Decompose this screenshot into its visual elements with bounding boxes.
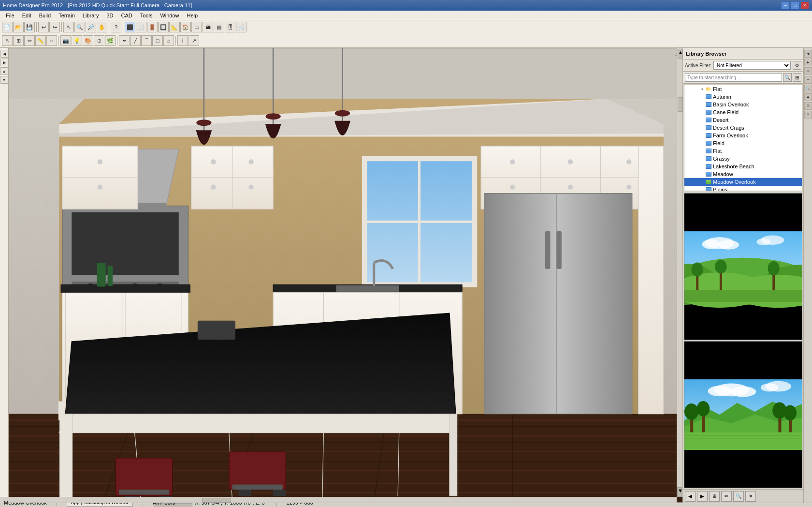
menu-edit[interactable]: Edit (18, 12, 35, 19)
tb-redo[interactable]: ↪ (49, 22, 60, 32)
tb-zoom-out[interactable]: 🔎 (86, 22, 96, 32)
tb2-select[interactable]: ↖ (2, 35, 13, 46)
tree-item-meadow[interactable]: Meadow (684, 170, 802, 178)
tree-item-flat-folder[interactable]: ▼ 📁 Flat (684, 85, 802, 93)
tb2-draw[interactable]: ✒ (119, 35, 130, 46)
menu-file[interactable]: File (2, 12, 18, 19)
lt-btn-3[interactable]: ▲ (0, 67, 8, 75)
hscroll-thumb[interactable] (202, 498, 231, 503)
menu-library[interactable]: Library (79, 12, 103, 19)
filter-settings-button[interactable]: ⚙ (793, 61, 801, 70)
tb-zoom-in[interactable]: 🔍 (74, 22, 85, 32)
rb-edit-button[interactable]: ✏ (721, 491, 732, 502)
ri-btn-1[interactable]: ◀ (804, 50, 812, 58)
tree-panel[interactable]: ▼ 📁 Flat Autumn Basin Overlook (684, 85, 802, 191)
menu-3d[interactable]: 3D (102, 12, 117, 19)
tb-stair[interactable]: 📐 (169, 22, 180, 32)
tb2-camera[interactable]: 📷 (60, 35, 71, 46)
tb2-light[interactable]: 💡 (72, 35, 82, 46)
lt-btn-2[interactable]: ▶ (0, 59, 8, 66)
tb-cabinet[interactable]: 🗄 (225, 22, 235, 32)
rb-prev-button[interactable]: ◀ (685, 491, 696, 502)
menu-tools[interactable]: Tools (136, 12, 157, 19)
search-input[interactable] (685, 73, 782, 82)
tree-item-plains[interactable]: Plains (684, 186, 802, 191)
tb-new[interactable]: 📄 (2, 22, 13, 32)
tb2-line[interactable]: ╱ (130, 35, 141, 46)
rb-next-button[interactable]: ▶ (697, 491, 708, 502)
rb-close-button[interactable]: ✕ (745, 491, 756, 502)
tree-item-farm-overlook[interactable]: Farm Overlook (684, 132, 802, 139)
tree-item-meadow-overlook[interactable]: Meadow Overlook (684, 178, 802, 186)
ri-btn-7[interactable]: ⊡ (804, 102, 812, 110)
tb-floor[interactable]: ▭ (191, 22, 202, 32)
tb-undo[interactable]: ↩ (38, 22, 49, 32)
tb2-arrow[interactable]: ↗ (188, 35, 199, 46)
viewport-vscroll[interactable]: ▲ ▼ (677, 48, 682, 497)
close-button[interactable]: ✕ (800, 1, 809, 9)
lt-btn-1[interactable]: ◀ (0, 50, 8, 58)
tb2-measure[interactable]: 📏 (35, 35, 46, 46)
tb-window[interactable]: 🔲 (158, 22, 169, 32)
tb2-handle[interactable]: ⌂ (163, 35, 174, 46)
tb-pan[interactable]: ✋ (97, 22, 107, 32)
tb-help[interactable]: ? (111, 22, 121, 32)
minimize-button[interactable]: ─ (781, 1, 790, 9)
ri-btn-4[interactable]: ✏ (804, 76, 812, 84)
tree-item-cane-field[interactable]: Cane Field (684, 108, 802, 116)
vscroll-arrow-down[interactable]: ▼ (677, 487, 682, 497)
tb2-group[interactable]: ⊞ (13, 35, 24, 46)
viewport-hscroll[interactable] (9, 497, 677, 503)
tb2-material[interactable]: 🎨 (83, 35, 93, 46)
tree-item-basin-overlook[interactable]: Basin Overlook (684, 101, 802, 108)
filter-select[interactable]: Not Filtered (713, 61, 791, 70)
tree-item-grassy[interactable]: Grassy (684, 155, 802, 163)
tb2-dimension[interactable]: ↔ (46, 35, 57, 46)
ri-btn-5[interactable]: 🔍 (804, 85, 812, 92)
menu-help[interactable]: Help (183, 12, 202, 19)
tree-item-desert-crags[interactable]: Desert Crags (684, 124, 802, 132)
rb-grid-button[interactable]: ⊞ (709, 491, 720, 502)
ri-btn-8[interactable]: ✕ (804, 111, 812, 119)
tree-item-field[interactable]: Field (684, 139, 802, 147)
vscroll-thumb[interactable] (678, 97, 682, 112)
tb-open[interactable]: 📂 (13, 22, 24, 32)
tb-door[interactable]: 🚪 (147, 22, 158, 32)
ri-btn-6[interactable]: ◆ (804, 93, 812, 101)
library-browser-tab[interactable]: Library Browser (683, 48, 803, 60)
tb2-plant[interactable]: 🌿 (105, 35, 116, 46)
tb-terrain[interactable]: 🏔 (203, 22, 213, 32)
tree-item-lakeshore-beach[interactable]: Lakeshore Beach (684, 163, 802, 170)
ri-btn-2[interactable]: ▶ (804, 59, 812, 66)
tb-wall[interactable]: ⬛ (125, 22, 135, 32)
menu-terrain[interactable]: Terrain (55, 12, 79, 19)
tb2-edit[interactable]: ✏ (24, 35, 35, 46)
tb2-symbol[interactable]: ⊙ (94, 35, 104, 46)
toolbar-row-1: 📄 📂 💾 ↩ ↪ ↖ 🔍 🔎 ✋ ? ⬛ ⬜ 🚪 🔲 📐 🏠 ▭ 🏔 ▤ 🗄 … (0, 20, 812, 34)
menu-cad[interactable]: CAD (117, 12, 136, 19)
tb2-arc[interactable]: ⌒ (141, 35, 152, 46)
tb-room[interactable]: ⬜ (136, 22, 146, 32)
tree-item-flat2[interactable]: Flat (684, 147, 802, 155)
svg-point-35 (98, 184, 102, 189)
menu-window[interactable]: Window (156, 12, 183, 19)
lt-btn-4[interactable]: ▼ (0, 76, 8, 84)
tb-select[interactable]: ↖ (63, 22, 74, 32)
tb-roof[interactable]: 🏠 (180, 22, 191, 32)
maximize-button[interactable]: □ (791, 1, 799, 9)
vscroll-arrow-up[interactable]: ▲ (678, 49, 682, 59)
search-button[interactable]: 🔍 (783, 73, 792, 82)
tree-item-autumn[interactable]: Autumn (684, 93, 802, 101)
tree-item-desert[interactable]: Desert (684, 116, 802, 124)
search-advanced-button[interactable]: ⊞ (793, 73, 801, 82)
tb-deck[interactable]: ▤ (214, 22, 224, 32)
tb-bath[interactable]: 🛁 (236, 22, 246, 32)
tb2-text[interactable]: T (177, 35, 188, 46)
menu-build[interactable]: Build (35, 12, 55, 19)
ri-btn-3[interactable]: ⊞ (804, 67, 812, 75)
viewport[interactable]: ◀ ▲ ▼ (9, 48, 682, 503)
tb2-box[interactable]: □ (152, 35, 163, 46)
rb-detail-button[interactable]: 🔍 (733, 491, 744, 502)
svg-rect-92 (229, 452, 286, 490)
tb-save[interactable]: 💾 (24, 22, 35, 32)
